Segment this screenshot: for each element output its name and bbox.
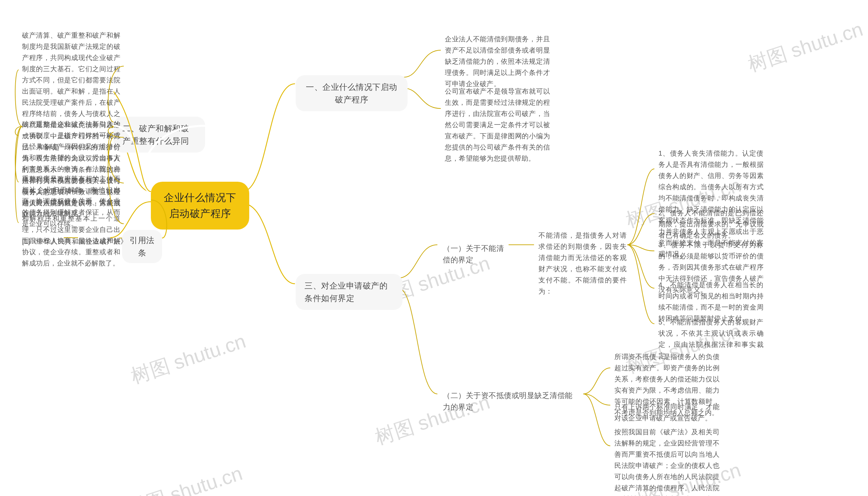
branch-1-leaf-2: 公司宣布破产不是领导宣布就可以生效，而是需要经过法律规定的程序进行，由法院宣布公… (441, 84, 553, 166)
branch-1[interactable]: 一、企业什么情况下启动破产程序 (296, 75, 407, 111)
branch-3-sub-1[interactable]: （一）关于不能清偿的界定 (438, 239, 511, 269)
branch-3-sub-2[interactable]: （二）关于资不抵债或明显缺乏清偿能力的界定 (438, 387, 584, 416)
watermark-text: 树图 shutu.cn (745, 16, 866, 78)
branch-3-sub-2-leaf-3: 按照我国目前《破产法》及相关司法解释的规定，企业因经营管理不善而严重资不抵债后可… (611, 424, 723, 496)
branch-4-leaf-1: [1]《中华人民共和国企业破产法》 (19, 234, 120, 249)
root-node[interactable]: 企业什么情况下启动破产程序 (151, 182, 249, 230)
branch-4[interactable]: 引用法条 (122, 230, 162, 263)
branch-3[interactable]: 三、对企业申请破产的条件如何界定 (296, 274, 402, 310)
watermark-text: 树图 shutu.cn (124, 461, 246, 496)
branch-1-leaf-1: 企业法人不能清偿到期债务，并且资产不足以清偿全部债务或者明显缺乏清偿能力的，依照… (441, 32, 553, 92)
branch-3-sub-2-leaf-2: 只有上诉两个标准同时满足，才能对该企业申请破产或宣告破产。 (611, 399, 723, 426)
watermark-text: 树图 shutu.cn (128, 328, 249, 390)
branch-3-sub-1-intro: 不能清偿，是指债务人对请求偿还的到期债务，因丧失清偿能力而无法偿还的客观财产状况… (535, 228, 630, 299)
branch-2[interactable]: 二、破产和解和破产重整有什么异同 (113, 117, 205, 153)
